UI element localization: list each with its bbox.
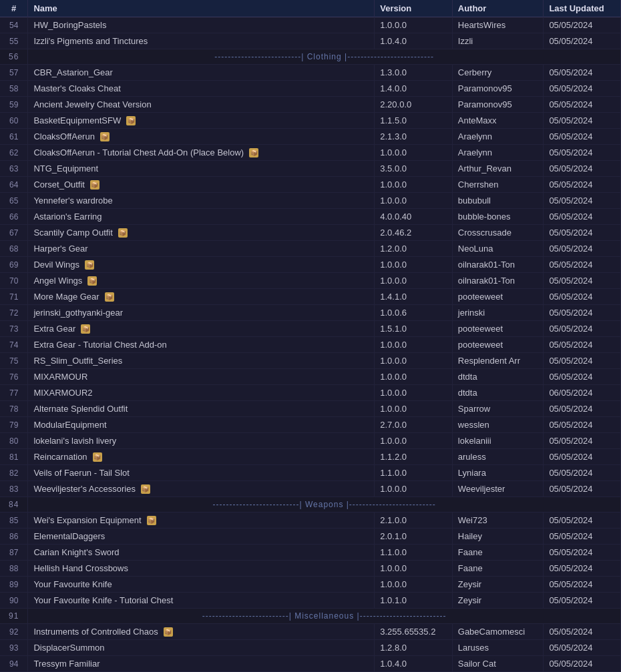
table-row[interactable]: 84 --------------------------| Weapons |…: [0, 497, 621, 513]
table-row[interactable]: 58 Master's Cloaks Cheat 1.4.0.0 Paramon…: [0, 81, 621, 97]
table-row[interactable]: 83 Weeviljester's Accessories 📦 1.0.0.0 …: [0, 481, 621, 497]
row-num: 55: [0, 33, 28, 49]
table-row[interactable]: 92 Instruments of Controlled Chaos 📦 3.2…: [0, 624, 621, 640]
table-row[interactable]: 62 CloaksOffAerun - Tutorial Chest Add-O…: [0, 145, 621, 161]
row-num: 68: [0, 241, 28, 257]
table-row[interactable]: 88 Hellish Hand Crossbows 1.0.0.0 Faane …: [0, 561, 621, 577]
table-row[interactable]: 86 ElementalDaggers 2.0.1.0 Hailey 05/05…: [0, 529, 621, 545]
table-row[interactable]: 56 --------------------------| Clothing …: [0, 49, 621, 65]
row-updated: 05/05/2024: [544, 640, 621, 656]
mod-icon: 📦: [118, 228, 128, 238]
row-updated: 05/05/2024: [544, 145, 621, 161]
table-row[interactable]: 87 Carian Knight's Sword 1.1.0.0 Faane 0…: [0, 545, 621, 561]
row-name: Corset_Outfit 📦: [28, 177, 375, 193]
table-row[interactable]: 70 Angel Wings 📦 1.0.0.0 oilnarak01-Ton …: [0, 273, 621, 289]
row-author: oilnarak01-Ton: [452, 257, 544, 273]
row-version: 1.2.8.0: [375, 640, 453, 656]
table-row[interactable]: 80 lokelani's lavish livery 1.0.0.0 loke…: [0, 433, 621, 449]
row-updated: 05/05/2024: [544, 369, 621, 385]
row-updated: 05/05/2024: [544, 656, 621, 672]
table-row[interactable]: 59 Ancient Jewelry Cheat Version 2.20.0.…: [0, 97, 621, 113]
row-author: Sparrow: [452, 401, 544, 417]
row-version: 2.7.0.0: [375, 417, 453, 433]
table-row[interactable]: 90 Your Favourite Knife - Tutorial Chest…: [0, 593, 621, 609]
row-updated: 05/05/2024: [544, 545, 621, 561]
table-row[interactable]: 65 Yennefer's wardrobe 1.0.0.0 bububull …: [0, 193, 621, 209]
mod-icon: 📦: [105, 292, 114, 302]
table-row[interactable]: 60 BasketEquipmentSFW 📦 1.1.5.0 AnteMaxx…: [0, 113, 621, 129]
table-row[interactable]: 66 Astarion's Earring 4.0.0.40 bubble-bo…: [0, 209, 621, 225]
table-row[interactable]: 77 MIXARMOUR2 1.0.0.0 dtdta 06/05/2024: [0, 385, 621, 401]
row-version: 1.1.5.0: [375, 113, 453, 129]
row-num: 86: [0, 529, 28, 545]
table-row[interactable]: 78 Alternate Splendid Outfit 1.0.0.0 Spa…: [0, 401, 621, 417]
row-name: NTG_Equipment: [28, 161, 375, 177]
table-row[interactable]: 63 NTG_Equipment 3.5.0.0 Arthur_Revan 05…: [0, 161, 621, 177]
row-name: MIXARMOUR2: [28, 385, 375, 401]
row-name: BasketEquipmentSFW 📦: [28, 113, 375, 129]
row-author: Arthur_Revan: [452, 161, 544, 177]
col-header-author: Author: [452, 0, 544, 17]
row-version: 1.0.0.0: [375, 577, 453, 593]
row-name: lokelani's lavish livery: [28, 433, 375, 449]
table-row[interactable]: 73 Extra Gear 📦 1.5.1.0 pooteeweet 05/05…: [0, 321, 621, 337]
table-row[interactable]: 79 ModularEquipment 2.7.0.0 wesslen 05/0…: [0, 417, 621, 433]
mod-icon: 📦: [126, 116, 136, 125]
row-num: 80: [0, 433, 28, 449]
row-author: aruless: [452, 449, 544, 465]
row-updated: 05/05/2024: [544, 289, 621, 305]
row-author: Paramonov95: [452, 97, 544, 113]
table-row[interactable]: 68 Harper's Gear 1.2.0.0 NeoLuna 05/05/2…: [0, 241, 621, 257]
table-row[interactable]: 57 CBR_Astarion_Gear 1.3.0.0 Cerberry 05…: [0, 65, 621, 81]
col-header-version: Version: [375, 0, 453, 17]
row-num: 71: [0, 289, 28, 305]
table-row[interactable]: 75 RS_Slim_Outfit_Series 1.0.0.0 Resplen…: [0, 353, 621, 369]
row-name: Harper's Gear: [28, 241, 375, 257]
table-row[interactable]: 89 Your Favourite Knife 1.0.0.0 Zeysir 0…: [0, 577, 621, 593]
table-row[interactable]: 61 CloaksOffAerun 📦 2.1.3.0 Araelynn 05/…: [0, 129, 621, 145]
row-num: 64: [0, 177, 28, 193]
col-header-name: Name: [28, 0, 375, 17]
row-name: Astarion's Earring: [28, 209, 375, 225]
table-row[interactable]: 85 Wei's Expansion Equipment 📦 2.1.0.0 W…: [0, 513, 621, 529]
mod-icon: 📦: [141, 484, 150, 494]
row-author: Sailor Cat: [452, 656, 544, 672]
row-updated: 05/05/2024: [544, 417, 621, 433]
table-row[interactable]: 91 --------------------------| Miscellan…: [0, 609, 621, 624]
row-author: Araelynn: [452, 129, 544, 145]
row-updated: 05/05/2024: [544, 624, 621, 640]
row-updated: 05/05/2024: [544, 433, 621, 449]
table-row[interactable]: 74 Extra Gear - Tutorial Chest Add-on 1.…: [0, 337, 621, 353]
row-author: pooteeweet: [452, 289, 544, 305]
table-row[interactable]: 69 Devil Wings 📦 1.0.0.0 oilnarak01-Ton …: [0, 257, 621, 273]
table-row[interactable]: 67 Scantily Camp Outfit 📦 2.0.46.2 Cross…: [0, 225, 621, 241]
row-version: 1.0.0.0: [375, 385, 453, 401]
row-num: 78: [0, 401, 28, 417]
row-author: Cerberry: [452, 65, 544, 81]
row-version: 1.0.0.0: [375, 273, 453, 289]
table-row[interactable]: 72 jerinski_gothyanki-gear 1.0.0.6 jerin…: [0, 305, 621, 321]
row-version: 4.0.0.40: [375, 209, 453, 225]
row-num: 59: [0, 97, 28, 113]
row-num: 70: [0, 273, 28, 289]
table-row[interactable]: 82 Veils of Faerun - Tail Slot 1.1.0.0 L…: [0, 465, 621, 481]
row-version: 1.1.2.0: [375, 449, 453, 465]
table-row[interactable]: 81 Reincarnation 📦 1.1.2.0 aruless 05/05…: [0, 449, 621, 465]
table-row[interactable]: 55 Izzli's Pigments and Tinctures 1.0.4.…: [0, 33, 621, 49]
table-row[interactable]: 71 More Mage Gear 📦 1.4.1.0 pooteeweet 0…: [0, 289, 621, 305]
row-author: bubble-bones: [452, 209, 544, 225]
row-updated: 05/05/2024: [544, 129, 621, 145]
mod-icon: 📦: [164, 627, 173, 637]
table-row[interactable]: 64 Corset_Outfit 📦 1.0.0.0 Cherrshen 05/…: [0, 177, 621, 193]
row-name: Scantily Camp Outfit 📦: [28, 225, 375, 241]
table-row[interactable]: 54 HW_BoringPastels 1.0.0.0 HeartsWires …: [0, 17, 621, 33]
row-updated: 05/05/2024: [544, 321, 621, 337]
row-name: RS_Slim_Outfit_Series: [28, 353, 375, 369]
table-row[interactable]: 93 DisplacerSummon 1.2.8.0 Laruses 05/05…: [0, 640, 621, 656]
table-row[interactable]: 94 Tressym Familiar 1.0.4.0 Sailor Cat 0…: [0, 656, 621, 672]
table-row[interactable]: 76 MIXARMOUR 1.0.0.0 dtdta 05/05/2024: [0, 369, 621, 385]
row-updated: 05/05/2024: [544, 561, 621, 577]
row-author: Resplendent Arr: [452, 353, 544, 369]
row-updated: 05/05/2024: [544, 257, 621, 273]
row-updated: 05/05/2024: [544, 33, 621, 49]
